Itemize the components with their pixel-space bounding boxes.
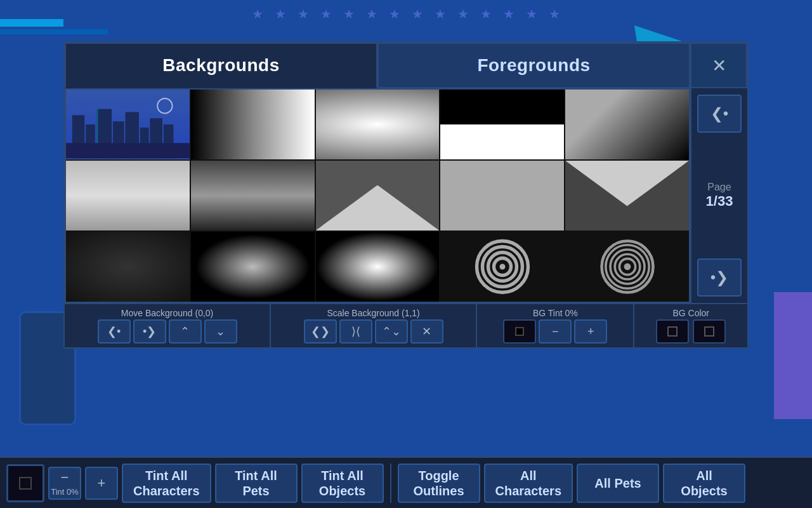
gradient-row2-1: [66, 161, 190, 231]
bg-tint-label: BG Tint 0%: [533, 308, 578, 318]
tint-plus-button[interactable]: +: [85, 467, 118, 500]
star: ★: [549, 6, 560, 22]
star: ★: [457, 6, 469, 22]
grid-cell-8[interactable]: [440, 161, 564, 231]
bg-tint-plus-button[interactable]: +: [574, 319, 607, 344]
grid-cell-13[interactable]: [440, 232, 564, 302]
tint-swatch-inner: [19, 477, 32, 490]
arrow-right-icon: •❯: [143, 324, 156, 338]
close-button[interactable]: ✕: [690, 43, 747, 88]
star: ★: [480, 6, 492, 22]
all-pets-label: All Pets: [594, 476, 641, 491]
page-num: 1/33: [706, 193, 733, 210]
star: ★: [252, 6, 263, 22]
all-characters-button[interactable]: AllCharacters: [484, 464, 573, 503]
scale-shrink-icon: ⟩⟨: [351, 324, 360, 338]
blue-bar-left2: [0, 29, 108, 34]
backgrounds-grid: [65, 88, 690, 303]
grid-cell-2[interactable]: [316, 90, 440, 159]
all-objects-label: AllObjects: [681, 468, 727, 498]
star: ★: [412, 6, 423, 22]
move-bg-label: Move Background (0,0): [121, 308, 214, 318]
gradient-triangle-inv: [565, 161, 689, 231]
stars-top: ★ ★ ★ ★ ★ ★ ★ ★ ★ ★ ★ ★ ★ ★: [0, 6, 812, 22]
toggle-outlines-button[interactable]: ToggleOutlines: [398, 464, 480, 503]
svg-point-22: [624, 264, 631, 271]
star: ★: [298, 6, 309, 22]
grid-cell-1[interactable]: [191, 90, 315, 159]
bg-color-swatch-1[interactable]: [656, 319, 689, 344]
move-bg-right-button[interactable]: •❯: [133, 319, 166, 344]
arrow-down-icon: ⌄: [216, 324, 225, 338]
grid-cell-5[interactable]: [66, 161, 190, 231]
grid-cell-12[interactable]: [316, 232, 440, 302]
prev-page-icon: ❮•: [710, 105, 728, 123]
bg-tint-color-swatch[interactable]: [503, 319, 536, 344]
tab-foregrounds-label: Foregrounds: [477, 55, 590, 76]
tint-all-characters-button[interactable]: Tint AllCharacters: [122, 464, 211, 503]
star: ★: [320, 6, 332, 22]
star: ★: [366, 6, 377, 22]
gradient-spot-center: [191, 232, 315, 302]
close-icon: ✕: [712, 55, 726, 76]
move-bg-section: Move Background (0,0) ❮• •❯ ⌃ ⌄: [65, 304, 271, 347]
tab-foregrounds[interactable]: Foregrounds: [377, 43, 690, 88]
gradient-rings2: [565, 232, 689, 302]
grid-cell-10[interactable]: [66, 232, 190, 302]
all-objects-button[interactable]: AllObjects: [663, 464, 745, 503]
star: ★: [275, 6, 286, 22]
gradient-bw-split: [440, 90, 564, 159]
scale-bg-buttons: ❮❯ ⟩⟨ ⌃⌄ ✕: [304, 319, 443, 344]
scale-bg-shrink-button[interactable]: ⟩⟨: [339, 319, 372, 344]
page-info: Page 1/33: [706, 182, 733, 210]
grid-cell-9[interactable]: [565, 161, 689, 231]
star: ★: [389, 6, 400, 22]
all-pets-button[interactable]: All Pets: [577, 464, 659, 503]
bg-color-swatch-2[interactable]: [693, 319, 726, 344]
move-bg-up-button[interactable]: ⌃: [169, 319, 202, 344]
scale-bg-h-button[interactable]: ❮❯: [304, 319, 337, 344]
gradient-rings: [440, 232, 564, 302]
grid-cell-7[interactable]: [316, 161, 440, 231]
bg-tint-section: BG Tint 0% − +: [477, 304, 634, 347]
blue-bar-left: [0, 19, 63, 27]
tint-all-pets-button[interactable]: Tint AllPets: [215, 464, 298, 503]
next-page-button[interactable]: •❯: [697, 258, 742, 297]
next-page-icon: •❯: [710, 269, 728, 286]
gradient-row2-2: [191, 161, 315, 231]
arrow-left-icon: ❮•: [107, 324, 121, 338]
bg-tint-swatch-inner: [515, 327, 524, 336]
tint-all-pets-label: Tint AllPets: [235, 468, 277, 498]
minus-icon: −: [61, 469, 69, 486]
bottom-bar: − Tint 0% + Tint AllCharacters Tint AllP…: [0, 456, 812, 508]
gradient-triangle: [316, 161, 440, 231]
plus-icon: +: [587, 325, 594, 338]
grid-cell-11[interactable]: [191, 232, 315, 302]
page-label: Page: [706, 182, 733, 193]
move-bg-down-button[interactable]: ⌄: [204, 319, 237, 344]
prev-page-button[interactable]: ❮•: [697, 95, 742, 133]
move-bg-left-button[interactable]: ❮•: [98, 319, 131, 344]
tint-all-objects-button[interactable]: Tint AllObjects: [301, 464, 384, 503]
bg-tint-minus-button[interactable]: −: [539, 319, 572, 344]
tint-color-swatch[interactable]: [6, 464, 44, 502]
scale-bg-reset-button[interactable]: ✕: [410, 319, 443, 344]
swatch-inner-2: [704, 326, 714, 337]
all-characters-label: AllCharacters: [495, 468, 562, 498]
scale-bg-v-button[interactable]: ⌃⌄: [375, 319, 408, 344]
tab-backgrounds[interactable]: Backgrounds: [65, 43, 377, 88]
grid-cell-0[interactable]: [66, 90, 190, 159]
tint-minus-button[interactable]: − Tint 0%: [48, 467, 81, 500]
arrow-up-icon: ⌃: [180, 324, 190, 338]
tab-backgrounds-label: Backgrounds: [162, 55, 279, 76]
gradient-bright-center: [316, 232, 440, 302]
color-swatches: [656, 319, 726, 344]
grid-cell-4[interactable]: [565, 90, 689, 159]
grid-cell-6[interactable]: [191, 161, 315, 231]
gradient-center-h: [316, 90, 440, 159]
tint-label: Tint 0%: [51, 487, 79, 497]
gradient-topleft: [565, 90, 689, 159]
controls-bar: Move Background (0,0) ❮• •❯ ⌃ ⌄ Scale Ba…: [65, 303, 747, 347]
grid-cell-14[interactable]: [565, 232, 689, 302]
grid-cell-3[interactable]: [440, 90, 564, 159]
